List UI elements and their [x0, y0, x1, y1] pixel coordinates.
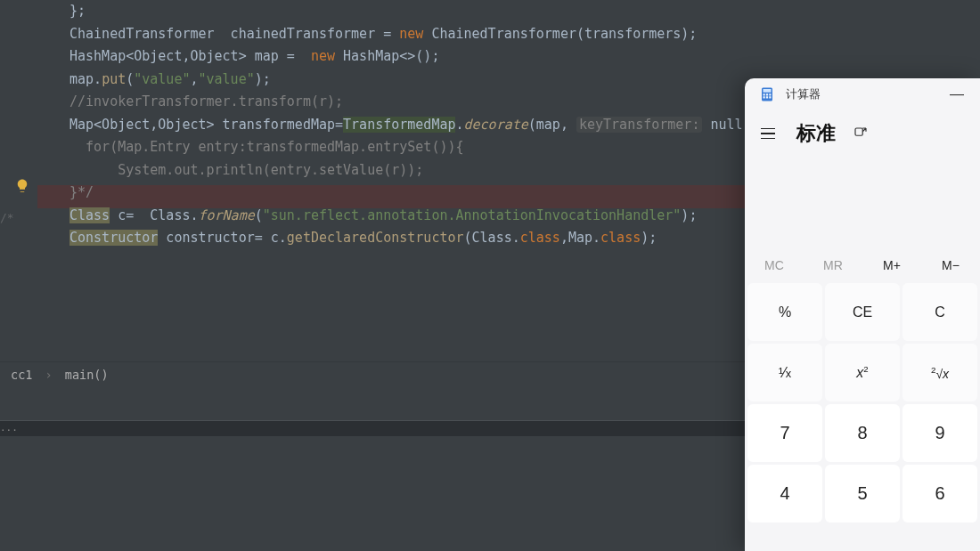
code-line[interactable]: //invokerTransformer.transform(r);	[69, 91, 750, 114]
keep-on-top-icon[interactable]	[848, 121, 873, 146]
reciprocal-button[interactable]: ¹⁄x	[747, 344, 822, 401]
calculator-mode-label: 标准	[796, 120, 836, 147]
digit-8-button[interactable]: 8	[825, 404, 900, 462]
digit-4-button[interactable]: 4	[747, 465, 822, 523]
code-line[interactable]: HashMap<Object,Object> map = new HashMap…	[69, 45, 750, 69]
svg-rect-3	[766, 93, 768, 95]
breadcrumb[interactable]: cc1 › main()	[0, 361, 745, 386]
hamburger-menu-icon[interactable]	[752, 117, 784, 150]
more-tools-icon[interactable]: ...	[0, 420, 12, 436]
memory-recall-button[interactable]: MR	[804, 258, 862, 272]
code-line[interactable]: System.out.println(entry.setValue(r));	[69, 159, 750, 182]
calculator-title: 计算器	[786, 86, 937, 102]
code-line[interactable]: Map<Object,Object> transformedMap=Transf…	[69, 114, 750, 137]
digit-9-button[interactable]: 9	[902, 404, 977, 462]
memory-clear-button[interactable]: MC	[745, 258, 804, 272]
minimize-button[interactable]: —	[937, 80, 976, 109]
gutter-comment-marker: /*	[0, 211, 14, 224]
digit-5-button[interactable]: 5	[825, 465, 900, 523]
svg-rect-1	[764, 89, 772, 93]
calculator-header: 标准	[745, 110, 980, 157]
svg-rect-5	[764, 96, 765, 98]
clear-entry-button[interactable]: CE	[825, 283, 900, 341]
digit-7-button[interactable]: 7	[747, 404, 822, 462]
svg-rect-8	[855, 128, 862, 135]
memory-subtract-button[interactable]: M−	[921, 258, 980, 272]
svg-rect-7	[769, 96, 771, 98]
tool-window-stripe[interactable]	[0, 420, 745, 436]
calculator-display-spacer	[745, 157, 980, 247]
calculator-window: 计算器 — 标准 MC MR M+ M− % CE C ¹⁄x x2 2√x 7…	[745, 78, 980, 551]
memory-row: MC MR M+ M−	[745, 247, 980, 283]
intention-bulb-icon[interactable]	[14, 178, 30, 194]
calculator-titlebar[interactable]: 计算器 —	[745, 78, 980, 110]
code-line[interactable]: };	[69, 0, 750, 23]
digit-6-button[interactable]: 6	[902, 465, 977, 523]
code-line[interactable]: Constructor constructor= c.getDeclaredCo…	[69, 227, 750, 250]
calculator-keypad: % CE C ¹⁄x x2 2√x 7 8 9 4 5 6	[745, 283, 980, 525]
svg-rect-2	[764, 93, 765, 95]
square-button[interactable]: x2	[825, 344, 900, 401]
percent-button[interactable]: %	[747, 283, 822, 341]
square-root-button[interactable]: 2√x	[902, 344, 977, 401]
svg-rect-6	[766, 96, 768, 98]
breadcrumb-item[interactable]: main()	[65, 368, 109, 382]
tool-window-panel	[0, 436, 745, 551]
code-line[interactable]: map.put("value","value");	[69, 69, 750, 92]
editor-gutter: /*	[0, 0, 37, 361]
breadcrumb-item[interactable]: cc1	[11, 368, 32, 382]
code-line[interactable]: ChainedTransformer chainedTransformer = …	[69, 23, 750, 46]
calculator-app-icon	[759, 86, 775, 102]
svg-rect-4	[769, 93, 771, 95]
clear-button[interactable]: C	[902, 283, 977, 341]
code-line[interactable]: for(Map.Entry entry:transformedMap.entry…	[69, 136, 750, 159]
code-area[interactable]: }; ChainedTransformer chainedTransformer…	[37, 0, 750, 250]
breadcrumb-separator-icon: ›	[45, 368, 53, 382]
code-line[interactable]: }*/	[69, 182, 750, 205]
code-line[interactable]: Class c= Class.forName("sun.reflect.anno…	[69, 205, 750, 228]
memory-add-button[interactable]: M+	[862, 258, 921, 272]
